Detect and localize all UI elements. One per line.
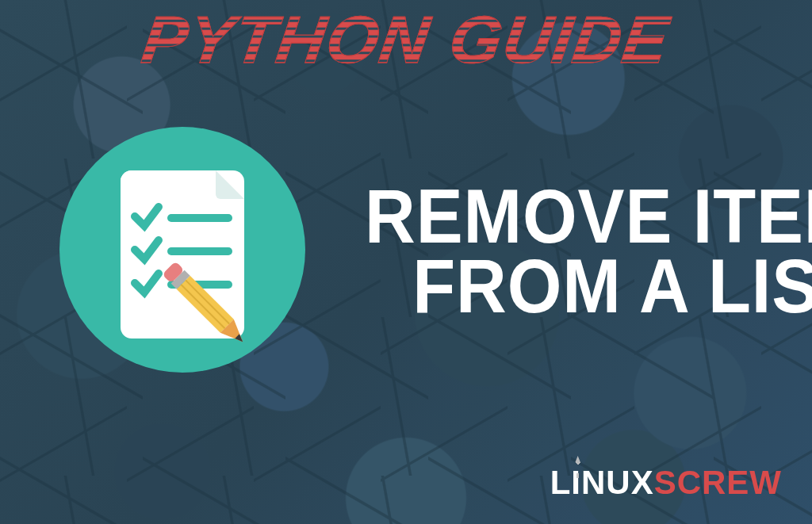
title-line-1: REMOVE ITEMS — [365, 182, 812, 251]
hero-row: REMOVE ITEMS FROM A LIST — [0, 123, 812, 380]
brand-part-1: LINUX — [550, 464, 654, 502]
brand-logo: LINUXSCREW — [550, 464, 782, 502]
page-title: REMOVE ITEMS FROM A LIST — [341, 182, 812, 322]
title-line-2: FROM A LIST — [365, 251, 812, 321]
brand-part-2: SCREW — [654, 464, 782, 502]
checklist-icon — [56, 123, 309, 380]
series-headline: PYTHON GUIDE — [138, 6, 673, 73]
